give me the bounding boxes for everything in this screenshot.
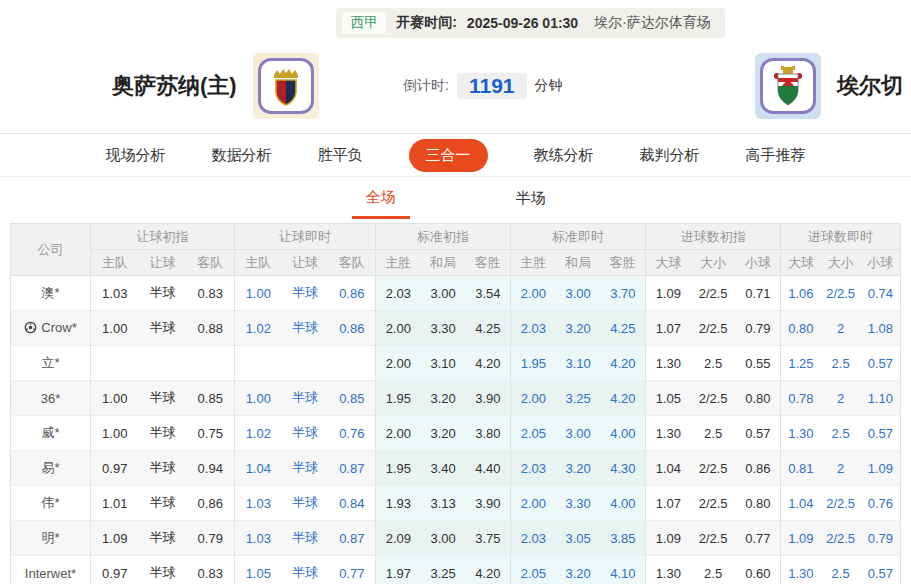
nav-win-draw-lose[interactable]: 胜平负 — [318, 146, 363, 165]
odds-cell: 2/2.5 — [691, 486, 736, 521]
col-header: 大小 — [821, 250, 861, 276]
col-header: 主胜 — [376, 250, 421, 276]
col-header: 小球 — [736, 250, 781, 276]
company-cell: 36* — [11, 381, 91, 416]
odds-cell: 2.00 — [376, 416, 421, 451]
odds-cell — [235, 346, 282, 381]
odds-cell — [91, 346, 139, 381]
odds-cell: 1.01 — [91, 486, 139, 521]
odds-cell: 2.05 — [511, 556, 556, 584]
odds-cell: 1.08 — [861, 311, 901, 346]
company-cell: 立* — [11, 346, 91, 381]
group-handicap-live: 让球即时 — [235, 224, 376, 250]
odds-cell: 2.5 — [691, 416, 736, 451]
odds-cell: 0.80 — [736, 486, 781, 521]
group-goals-live: 进球数即时 — [781, 224, 901, 250]
odds-cell: 半球 — [139, 381, 187, 416]
odds-cell: 2 — [821, 311, 861, 346]
odds-cell: 0.74 — [861, 276, 901, 311]
odds-cell: 半球 — [139, 311, 187, 346]
table-group-header-row: 公司 让球初指 让球即时 标准初指 标准即时 进球数初指 进球数即时 — [11, 224, 901, 250]
odds-cell: 2 — [821, 381, 861, 416]
odds-cell: 3.25 — [421, 556, 466, 584]
odds-cell: 0.86 — [329, 311, 376, 346]
group-goals-initial: 进球数初指 — [646, 224, 781, 250]
odds-cell: 0.78 — [781, 381, 821, 416]
odds-cell: 3.90 — [466, 486, 511, 521]
col-header: 让球 — [282, 250, 329, 276]
odds-cell: 2.05 — [511, 416, 556, 451]
odds-cell: 2.5 — [821, 346, 861, 381]
nav-three-in-one[interactable]: 三合一 — [409, 139, 488, 172]
table-row: Interwet*0.97半球0.831.05半球0.771.973.254.2… — [11, 556, 901, 584]
nav-referee-analysis[interactable]: 裁判分析 — [640, 146, 700, 165]
nav-live-analysis[interactable]: 现场分析 — [106, 146, 166, 165]
odds-cell: 1.00 — [91, 381, 139, 416]
odds-cell: 2.03 — [511, 521, 556, 556]
odds-cell: 半球 — [139, 276, 187, 311]
group-handicap-initial: 让球初指 — [91, 224, 235, 250]
odds-cell: 半球 — [282, 276, 329, 311]
odds-cell: 4.25 — [466, 311, 511, 346]
odds-cell: 3.20 — [556, 311, 601, 346]
odds-table: 公司 让球初指 让球即时 标准初指 标准即时 进球数初指 进球数即时 主队 让球… — [10, 223, 901, 584]
odds-cell: 0.87 — [329, 451, 376, 486]
odds-cell: 2/2.5 — [821, 276, 861, 311]
odds-cell: 0.81 — [781, 451, 821, 486]
nav-expert-picks[interactable]: 高手推荐 — [746, 146, 806, 165]
odds-cell: 2.5 — [821, 416, 861, 451]
company-label: Crow* — [41, 320, 76, 335]
odds-cell: 3.13 — [421, 486, 466, 521]
odds-cell: 3.00 — [421, 521, 466, 556]
odds-cell: 半球 — [139, 451, 187, 486]
odds-cell: 0.76 — [861, 486, 901, 521]
odds-cell: 3.54 — [466, 276, 511, 311]
company-cell: Interwet* — [11, 556, 91, 584]
countdown-unit: 分钟 — [535, 77, 563, 95]
company-cell: Crow* — [11, 311, 91, 346]
company-label: 立* — [41, 355, 59, 370]
odds-cell: 3.00 — [421, 276, 466, 311]
odds-cell: 0.86 — [736, 451, 781, 486]
odds-cell: 3.20 — [421, 381, 466, 416]
soccer-ball-icon — [24, 321, 37, 337]
odds-cell: 2.5 — [821, 556, 861, 584]
odds-cell: 1.02 — [235, 311, 282, 346]
col-header: 让球 — [139, 250, 187, 276]
odds-cell: 4.00 — [601, 416, 646, 451]
odds-cell — [187, 346, 235, 381]
odds-cell: 2.5 — [691, 556, 736, 584]
odds-cell: 1.95 — [511, 346, 556, 381]
odds-cell: 1.09 — [91, 521, 139, 556]
odds-cell — [329, 346, 376, 381]
odds-cell: 2.03 — [511, 311, 556, 346]
odds-cell: 2.00 — [511, 276, 556, 311]
col-header: 客队 — [187, 250, 235, 276]
col-header: 和局 — [556, 250, 601, 276]
countdown-value: 1191 — [457, 73, 527, 99]
odds-cell: 0.83 — [187, 276, 235, 311]
nav-coach-analysis[interactable]: 教练分析 — [534, 146, 594, 165]
home-crest — [253, 53, 319, 119]
table-row: Crow*1.00半球0.881.02半球0.862.003.304.252.0… — [11, 311, 901, 346]
odds-cell: 1.25 — [781, 346, 821, 381]
col-header: 大球 — [781, 250, 821, 276]
odds-cell: 4.20 — [466, 556, 511, 584]
odds-cell: 半球 — [282, 451, 329, 486]
odds-cell: 0.60 — [736, 556, 781, 584]
odds-cell: 3.20 — [556, 451, 601, 486]
odds-cell: 4.20 — [601, 381, 646, 416]
nav-data-analysis[interactable]: 数据分析 — [212, 146, 272, 165]
col-header: 大小 — [691, 250, 736, 276]
tab-half-match[interactable]: 半场 — [502, 183, 560, 217]
col-header: 和局 — [421, 250, 466, 276]
odds-cell: 3.70 — [601, 276, 646, 311]
countdown: 倒计时: 1191 分钟 — [403, 73, 562, 99]
odds-cell: 1.07 — [646, 486, 691, 521]
odds-cell: 3.80 — [466, 416, 511, 451]
odds-cell: 2.03 — [511, 451, 556, 486]
tab-full-match[interactable]: 全场 — [352, 182, 410, 219]
odds-cell: 1.03 — [235, 486, 282, 521]
odds-cell: 0.71 — [736, 276, 781, 311]
odds-cell: 0.85 — [187, 381, 235, 416]
